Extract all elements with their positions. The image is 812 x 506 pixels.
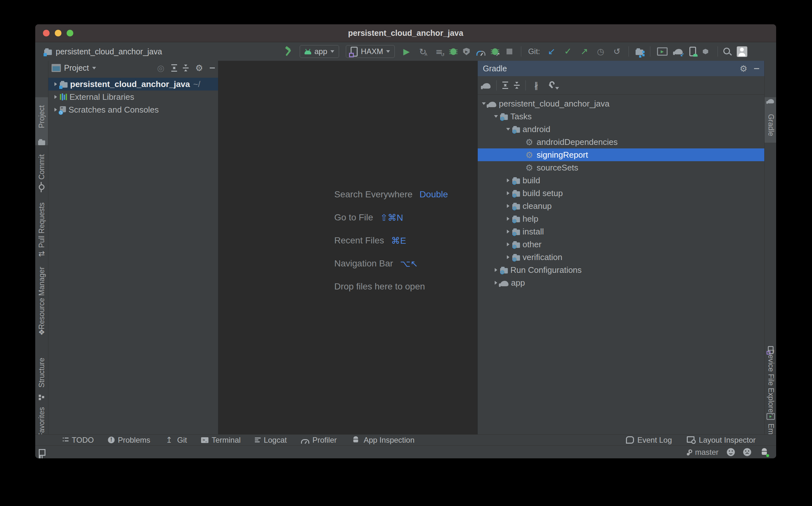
git-branch-widget[interactable]: master (687, 448, 719, 457)
gradle-tree-row[interactable]: Run Configurations (478, 264, 764, 276)
offline-icon[interactable] (532, 81, 541, 90)
collapse-all-icon[interactable] (183, 65, 189, 71)
shield-run-icon[interactable] (463, 48, 470, 55)
tool-window-switcher-icon[interactable] (39, 449, 46, 455)
push-icon[interactable] (580, 47, 589, 56)
breadcrumb[interactable]: persistent_cloud_anchor_java (44, 42, 162, 61)
gradle-tree-row[interactable]: android (478, 123, 764, 136)
project-tree-row[interactable]: External Libraries (48, 90, 218, 103)
bug-icon[interactable] (451, 48, 456, 55)
tool-window-button-layout-inspector[interactable]: Layout Inspector (687, 436, 756, 444)
settings-icon[interactable] (194, 63, 204, 73)
chevron-slot[interactable] (504, 178, 512, 182)
run-icon[interactable] (402, 47, 411, 56)
sidebar-tab-structure[interactable]: Structure (35, 354, 48, 400)
chevron-slot[interactable] (504, 255, 512, 259)
gradle-tree-row[interactable]: signingReport (478, 148, 764, 161)
settings-icon[interactable] (739, 64, 748, 73)
sidebar-tab-project[interactable]: Project (35, 97, 48, 145)
attach-bug-icon[interactable] (492, 48, 498, 55)
chevron-slot[interactable] (52, 95, 60, 99)
history-icon[interactable] (596, 47, 605, 56)
tool-window-button-profiler[interactable]: Profiler (301, 436, 337, 444)
chevron-slot[interactable] (504, 217, 512, 221)
gradle-tree-row[interactable]: sourceSets (478, 161, 764, 174)
update-icon[interactable] (547, 47, 556, 56)
sidebar-tab-gradle[interactable]: Gradle (765, 97, 776, 143)
gradle-tree-row[interactable]: build setup (478, 187, 764, 199)
gradle-tree-row[interactable]: Tasks (478, 110, 764, 123)
locate-icon[interactable] (156, 63, 165, 73)
gradle-tree-row[interactable]: androidDependencies (478, 136, 764, 148)
tool-window-button-terminal[interactable]: Terminal (201, 436, 241, 444)
collapse-all-icon[interactable] (514, 83, 520, 88)
tool-window-button-git[interactable]: Git (164, 435, 187, 445)
rollback-icon[interactable] (612, 47, 622, 56)
titlebar[interactable]: persistent_cloud_anchor_java (35, 24, 776, 42)
sidebar-tab-resource-manager[interactable]: Resource Manager (35, 268, 48, 337)
project-tree: persistent_cloud_anchor_java~/External L… (48, 75, 218, 116)
device-dropdown[interactable]: HAXM (346, 45, 395, 58)
stop-icon[interactable] (504, 47, 514, 56)
chevron-slot[interactable] (492, 115, 500, 118)
tool-window-button-app-inspection[interactable]: App Inspection (351, 435, 415, 445)
run_config-dropdown[interactable]: app (300, 45, 339, 58)
restart-icon[interactable] (418, 47, 427, 56)
tree-item-label: Run Configurations (511, 265, 582, 275)
chevron-slot[interactable] (504, 191, 512, 195)
bottom-bar-right: Event LogLayout Inspector (626, 436, 776, 444)
gradle-tree-row[interactable]: persistent_cloud_anchor_java (478, 97, 764, 110)
chevron-slot[interactable] (504, 204, 512, 208)
elephant-icon[interactable] (482, 83, 490, 89)
gradle-tree-row[interactable]: verification (478, 251, 764, 264)
shortcut-label: Go to File (334, 213, 373, 223)
gradle-tree-row[interactable]: app (478, 276, 764, 289)
tree-item-label: install (523, 227, 544, 237)
sdk-icon[interactable] (703, 49, 708, 54)
editor-area[interactable]: Search EverywhereDoubleGo to File⇧⌘NRece… (218, 61, 477, 434)
hide-icon[interactable] (210, 68, 215, 69)
chevron-down-icon (506, 128, 510, 131)
expand-all-icon[interactable] (502, 82, 508, 89)
tool-window-button-todo[interactable]: TODO (63, 436, 94, 444)
gauge-icon[interactable] (476, 51, 485, 56)
gradle-tree-row[interactable]: other (478, 238, 764, 251)
feedback-happy-icon[interactable] (727, 448, 735, 456)
chevron-slot[interactable] (504, 128, 512, 131)
device-manager-icon[interactable] (689, 47, 696, 56)
tool-window-button-problems[interactable]: Problems (108, 436, 150, 444)
folder-task-icon (512, 178, 520, 184)
sidebar-tab-device-file-explorer[interactable]: Device File Explorer (765, 345, 776, 409)
expand-all-icon[interactable] (171, 64, 177, 72)
run-window-icon[interactable] (657, 47, 668, 56)
sidebar-tab-pull-requests[interactable]: Pull Requests (35, 201, 48, 258)
project-tree-row[interactable]: Scratches and Consoles (48, 103, 218, 116)
hammer-icon[interactable] (283, 47, 293, 56)
gradle-tree-row[interactable]: cleanup (478, 199, 764, 213)
emulator-status-icon[interactable] (759, 447, 769, 457)
chevron-slot[interactable] (504, 242, 512, 246)
chevron-slot[interactable] (504, 230, 512, 234)
sidebar-tab-commit[interactable]: Commit (35, 153, 48, 190)
folder-structure-icon[interactable] (635, 50, 643, 55)
gradle-tree-row[interactable]: build (478, 174, 764, 187)
chevron-down-icon[interactable] (92, 67, 96, 69)
tool-window-button-logcat[interactable]: Logcat (255, 436, 287, 444)
project-tree-row[interactable]: persistent_cloud_anchor_java~/ (48, 78, 218, 90)
chevron-slot[interactable] (52, 108, 60, 112)
tool-window-button-event-log[interactable]: Event Log (626, 436, 672, 444)
commit-check-icon[interactable] (563, 47, 573, 56)
feedback-sad-icon[interactable] (743, 448, 751, 456)
project-panel-title[interactable]: Project (64, 63, 89, 73)
tree-item-label: signingReport (537, 150, 588, 160)
chevron-slot[interactable] (52, 82, 60, 86)
gradle-tree-row[interactable]: install (478, 225, 764, 238)
search-icon[interactable] (723, 48, 730, 54)
gradle-tree-row[interactable]: help (478, 213, 764, 225)
apply-code-icon[interactable] (434, 47, 444, 56)
gradle-settings-button[interactable] (547, 81, 559, 90)
sync-elephant-icon[interactable] (674, 49, 683, 54)
hide-icon[interactable] (754, 68, 759, 69)
chevron-slot[interactable] (492, 268, 500, 272)
avatar-icon[interactable] (737, 47, 747, 57)
